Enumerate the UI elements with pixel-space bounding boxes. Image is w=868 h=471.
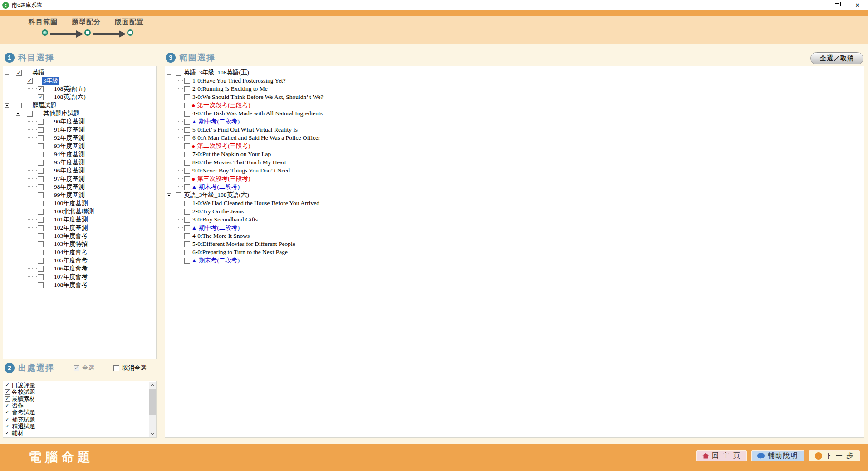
- next-step-button[interactable]: → 下 一 步: [809, 450, 860, 461]
- tree-node-label[interactable]: 第二次段考(三段考): [196, 142, 251, 150]
- scrollbar-thumb[interactable]: [149, 389, 156, 415]
- tree-checkbox[interactable]: ✓: [38, 94, 44, 100]
- tree-checkbox[interactable]: [38, 168, 44, 174]
- list-item-checkbox[interactable]: ✓: [5, 424, 10, 429]
- scroll-up-button[interactable]: [149, 382, 156, 388]
- tree-checkbox[interactable]: [184, 119, 190, 125]
- select-all-checkbox-group[interactable]: ✓ 全選: [74, 364, 94, 372]
- tree-node-label[interactable]: 3年級: [42, 77, 59, 85]
- tree-checkbox[interactable]: [38, 160, 44, 166]
- tree-checkbox[interactable]: [184, 217, 190, 223]
- tree-node-label[interactable]: 90年度基測: [53, 118, 86, 126]
- tree-node-label[interactable]: 8-0:The Movies That Touch My Heart: [191, 159, 287, 166]
- tree-checkbox[interactable]: [184, 127, 190, 133]
- tree-node-label[interactable]: 95年度基測: [53, 158, 86, 167]
- tree-checkbox[interactable]: [16, 103, 22, 108]
- tree-checkbox[interactable]: ✓: [38, 86, 44, 92]
- tree-node-label[interactable]: 2-0:Running Is Exciting to Me: [191, 85, 269, 93]
- tree-node-label[interactable]: 1-0:We Had Cleaned the House Before You …: [191, 200, 320, 207]
- tree-checkbox[interactable]: [184, 160, 190, 166]
- tree-checkbox[interactable]: [184, 103, 190, 108]
- scrollbar[interactable]: [149, 382, 156, 437]
- tree-node-label[interactable]: 期末考(二段考): [198, 256, 240, 265]
- list-item-checkbox[interactable]: ✓: [5, 383, 10, 388]
- tree-node-label[interactable]: 96年度基測: [53, 167, 86, 175]
- select-all-checkbox[interactable]: ✓: [74, 365, 79, 371]
- list-item-checkbox[interactable]: ✓: [5, 417, 10, 422]
- tree-node-label[interactable]: 108英語(六): [53, 93, 87, 101]
- deselect-all-checkbox-group[interactable]: 取消全選: [113, 364, 147, 372]
- tree-node-label[interactable]: 108英語(五): [53, 85, 87, 93]
- list-item-checkbox[interactable]: ✓: [5, 396, 10, 402]
- tree-node-label[interactable]: 107年度會考: [53, 273, 88, 281]
- tree-node-label[interactable]: 103年度特招: [53, 240, 88, 248]
- tree-node-label[interactable]: 歷屆試題: [31, 101, 58, 109]
- tree-node-label[interactable]: 104年度會考: [53, 248, 88, 256]
- tree-checkbox[interactable]: [38, 176, 44, 182]
- tree-node-label[interactable]: 英語_3年級_108英語(六): [183, 191, 250, 199]
- step-circle-2[interactable]: [84, 29, 91, 36]
- tree-checkbox[interactable]: [184, 86, 190, 92]
- tree-checkbox[interactable]: [184, 209, 190, 215]
- tree-checkbox[interactable]: [184, 94, 190, 100]
- tree-checkbox[interactable]: [184, 184, 190, 190]
- tree-node-label[interactable]: 4-0:The Dish Was Made with All Natural I…: [191, 110, 324, 117]
- tree-checkbox[interactable]: [38, 127, 44, 133]
- step-circle-1-active[interactable]: [42, 29, 48, 36]
- tree-node-label[interactable]: 9-0:Never Buy Things You Don’ t Need: [191, 167, 291, 174]
- list-item-checkbox[interactable]: ✓: [5, 410, 10, 415]
- tree-node-label[interactable]: 98年度基測: [53, 183, 86, 191]
- tree-node-label[interactable]: 103年度會考: [53, 232, 88, 240]
- tree-checkbox[interactable]: [184, 152, 190, 157]
- tree-node-label[interactable]: 100年度基測: [53, 199, 88, 207]
- tree-checkbox[interactable]: ✓: [27, 78, 33, 84]
- tree-node-label[interactable]: 102年度基測: [53, 224, 88, 232]
- tree-node-label[interactable]: 92年度基測: [53, 134, 86, 142]
- tree-node-label[interactable]: 108年度會考: [53, 281, 88, 289]
- tree-node-label[interactable]: 其他題庫試題: [42, 109, 81, 118]
- list-item[interactable]: ✓輔材: [4, 430, 156, 437]
- tree-node-label[interactable]: 93年度基測: [53, 142, 86, 150]
- home-button[interactable]: 回 主 頁: [696, 450, 746, 461]
- tree-node-label[interactable]: 99年度基測: [53, 191, 86, 199]
- tree-node-label[interactable]: 105年度會考: [53, 256, 88, 265]
- tree-node-label[interactable]: 3-0:We Should Think Before We Act, Shoul…: [191, 93, 324, 101]
- tree-checkbox[interactable]: [38, 217, 44, 223]
- tree-checkbox[interactable]: [38, 225, 44, 231]
- list-item-checkbox[interactable]: ✓: [5, 389, 10, 395]
- tree-node-label[interactable]: 英語: [31, 69, 45, 77]
- tree-checkbox[interactable]: [27, 111, 33, 117]
- tree-checkbox[interactable]: [184, 143, 190, 149]
- tree-checkbox[interactable]: [38, 209, 44, 215]
- tree-node-label[interactable]: 5-0:Different Movies for Different Peopl…: [191, 240, 296, 248]
- tree-node-label[interactable]: 101年度基測: [53, 216, 88, 224]
- tree-checkbox[interactable]: [38, 119, 44, 125]
- tree-checkbox[interactable]: [184, 250, 190, 255]
- tree-node-label[interactable]: 6-0:A Man Called and Said He Was a Polic…: [191, 134, 321, 142]
- tree-checkbox[interactable]: [38, 192, 44, 198]
- list-item[interactable]: ✓精選試題: [4, 423, 156, 430]
- tree-checkbox[interactable]: ✓: [16, 70, 22, 76]
- tree-checkbox[interactable]: [38, 184, 44, 190]
- tree-checkbox[interactable]: [184, 78, 190, 84]
- tree-expander-minus[interactable]: [5, 103, 16, 108]
- tree-node-label[interactable]: 期中考(二段考): [198, 224, 240, 232]
- close-button[interactable]: ✕: [847, 0, 868, 10]
- tree-node-label[interactable]: 4-0:The More It Snows: [191, 232, 250, 240]
- tree-node-label[interactable]: 期中考(二段考): [198, 118, 240, 126]
- tree-node-label[interactable]: 5-0:Let’ s Find Out What Virtual Reality…: [191, 126, 299, 133]
- list-item[interactable]: ✓晨讀素材: [4, 395, 156, 402]
- tree-checkbox[interactable]: [176, 192, 181, 198]
- deselect-all-checkbox[interactable]: [113, 365, 119, 371]
- tree-node-label[interactable]: 2-0:Try On the Jeans: [191, 208, 245, 215]
- minimize-button[interactable]: [805, 0, 826, 10]
- tree-node-label[interactable]: 6-0:Preparing to Turn to the Next Page: [191, 249, 289, 256]
- tree-checkbox[interactable]: [38, 258, 44, 264]
- list-item-checkbox[interactable]: ✓: [5, 431, 10, 436]
- tree-node-label[interactable]: 第一次段考(三段考): [196, 101, 251, 109]
- tree-checkbox[interactable]: [184, 233, 190, 239]
- tree-checkbox[interactable]: [38, 201, 44, 206]
- tree-node-label[interactable]: 第三次段考(三段考): [196, 175, 251, 183]
- tree-checkbox[interactable]: [184, 201, 190, 206]
- restore-button[interactable]: [826, 0, 847, 10]
